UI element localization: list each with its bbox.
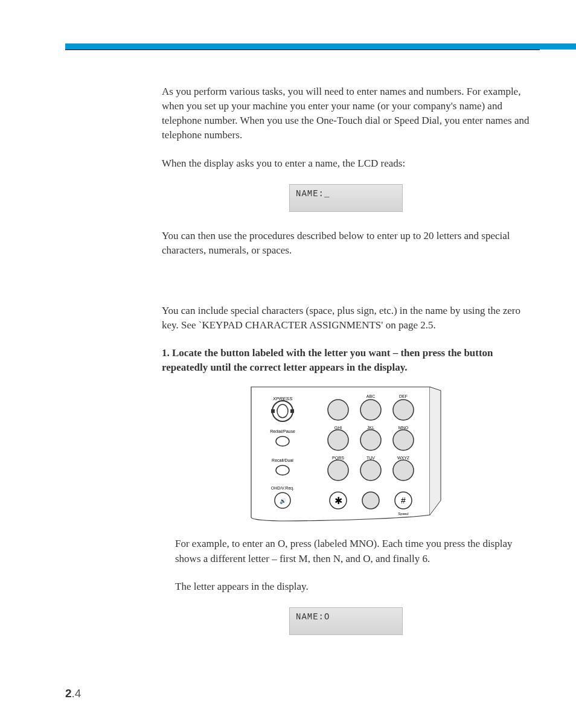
svg-point-4 [276,436,289,446]
speaker-icon: 🔊 [280,497,287,505]
svg-rect-2 [271,409,275,413]
wxyz-label: WXYZ [397,456,410,460]
key-8 [360,460,381,481]
def-label: DEF [399,394,408,398]
page-content: As you perform various tasks, you will n… [162,85,530,652]
header-rule [65,49,540,50]
example-paragraph: For example, to enter an O, press (label… [175,537,530,566]
svg-point-5 [276,465,289,475]
page-chapter: 2 [65,687,72,700]
keypad-diagram: XPRESS Redial/Pause Recall/Dual OHD/V.Re… [250,386,442,522]
header-accent-bar [65,43,576,49]
speed-label: Speed [398,512,408,516]
lcd-text: NAME:_ [296,189,330,199]
procedures-paragraph: You can then use the procedures describe… [162,229,530,258]
key-1 [328,400,348,420]
page-sub: .4 [72,687,82,700]
abc-label: ABC [366,394,375,398]
lcd-prompt-paragraph: When the display asks you to enter a nam… [162,156,530,171]
letter-appears-paragraph: The letter appears in the display. [175,580,530,594]
svg-point-1 [277,404,288,418]
key-4 [328,430,348,450]
mno-label: MNO [398,426,409,430]
intro-paragraph: As you perform various tasks, you will n… [162,85,530,143]
star-icon: ✱ [334,496,342,506]
svg-rect-3 [290,409,294,413]
recall-label: Recall/Dual [272,458,293,462]
redial-label: Redial/Pause [270,429,295,433]
page-number: 2.4 [65,687,81,700]
lcd-display-o: NAME:O [289,607,403,635]
ghi-label: GHI [334,426,342,430]
step-1: 1. Locate the button labeled with the le… [162,346,530,375]
special-chars-paragraph: You can include special characters (spac… [162,304,530,333]
key-3 [393,400,414,420]
key-2 [360,400,381,420]
jkl-label: JKL [367,426,374,430]
express-dial: XPRESS [271,396,294,421]
example-part-b: (labeled MNO). Each time you press [314,538,467,549]
example-part-a: For example, to enter an O, press [175,538,314,549]
key-6 [393,430,414,450]
lcd-text-o: NAME:O [296,612,330,622]
tuv-label: TUV [366,456,375,460]
hash-icon: # [401,496,406,505]
key-9 [393,460,414,481]
key-0 [362,492,379,509]
key-5 [360,430,381,450]
lcd-display-blank: NAME:_ [289,184,403,212]
key-7 [328,460,348,481]
ohd-label: OHD/V.Req. [271,486,294,491]
